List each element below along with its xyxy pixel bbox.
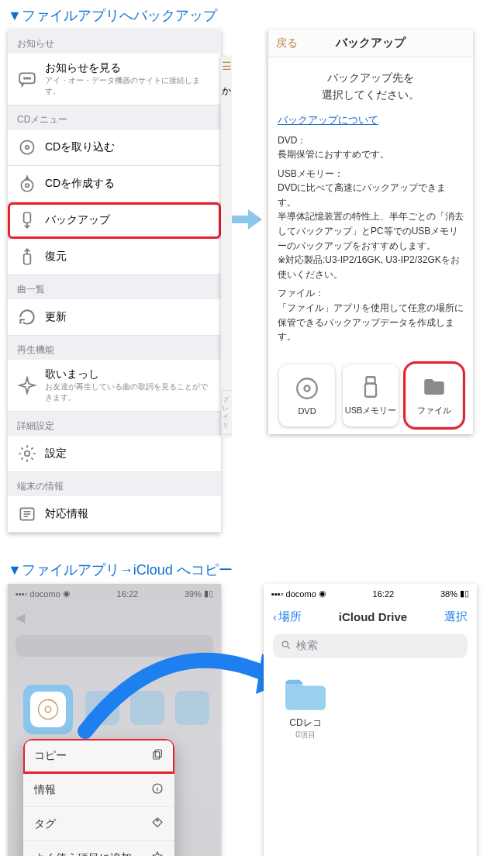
section1-title: ▼ファイルアプリへバックアップ [0, 0, 504, 29]
chevron-left-icon: ‹ [273, 610, 277, 623]
item-restore[interactable]: 復元 [8, 239, 221, 275]
svg-point-25 [282, 641, 288, 647]
folder-icon [281, 674, 330, 714]
usb-icon [357, 374, 384, 400]
search-icon [281, 640, 292, 653]
group-cd: CDメニュー [8, 105, 221, 129]
backup-about-link[interactable]: バックアップについて [278, 114, 378, 126]
svg-point-13 [304, 385, 309, 391]
option-dvd[interactable]: DVD [279, 364, 335, 426]
bottom-tab-peek: プレイリ [221, 390, 232, 435]
option-label: USBメモリー [345, 405, 397, 416]
svg-rect-9 [24, 254, 31, 264]
svg-point-10 [25, 451, 30, 457]
svg-point-4 [20, 140, 33, 154]
selected-folder[interactable] [23, 685, 73, 734]
svg-point-7 [26, 184, 29, 187]
item-label: CDを取り込む [45, 140, 212, 154]
refresh-icon [17, 307, 37, 327]
index-char: か [222, 85, 231, 98]
dvd-head: DVD： [278, 135, 306, 146]
search-placeholder: 検索 [296, 639, 318, 653]
svg-point-17 [45, 706, 51, 713]
svg-point-6 [21, 180, 33, 192]
item-refresh[interactable]: 更新 [8, 299, 221, 336]
item-label: 更新 [45, 310, 212, 324]
usb-body1: DVDに比べて高速にバックアップできます。 [278, 182, 446, 208]
usb-head: USBメモリー： [278, 168, 343, 179]
svg-point-2 [26, 78, 28, 79]
item-cd-import[interactable]: CDを取り込む [8, 129, 221, 166]
option-file[interactable]: ファイル [406, 364, 462, 426]
backup-title: バックアップ [276, 36, 465, 50]
group-notice: お知らせ [8, 29, 221, 54]
item-utaimasshi[interactable]: 歌いまっし お友達が再生している曲の歌詞を見ることができます。 [8, 360, 221, 412]
info-icon [151, 782, 164, 797]
restore-icon [17, 247, 37, 267]
backup-icon [17, 210, 37, 230]
backup-options: DVD USBメモリー ファイル [268, 357, 473, 434]
backup-subtitle: バックアップ先を 選択してください。 [278, 70, 464, 103]
select-button[interactable]: 選択 [444, 609, 468, 624]
item-label: お知らせを見る [45, 61, 212, 75]
svg-point-21 [157, 820, 158, 821]
usb-body3: ※対応製品:U3-IP2/16GK, U3-IP2/32GKをお使いください。 [278, 254, 460, 280]
group-play: 再生機能 [8, 336, 221, 360]
wifi-icon: ◉ [63, 588, 71, 599]
svg-rect-8 [24, 212, 31, 223]
battery-icon: ▮▯ [460, 588, 469, 599]
item-compat[interactable]: 対応情報 [8, 496, 221, 533]
context-menu: コピー 情報 タグ よく使う項目に追加 圧縮 [23, 739, 174, 856]
item-notice[interactable]: お知らせを見る アイ・オー・データ機器のサイトに接続します。 [8, 54, 221, 105]
option-label: DVD [298, 406, 316, 416]
svg-rect-14 [366, 378, 375, 385]
item-label: 復元 [45, 250, 212, 264]
option-usb[interactable]: USBメモリー [343, 364, 399, 426]
svg-point-1 [24, 78, 26, 79]
folder-name: CDレコ [278, 716, 333, 730]
folder-cdreco[interactable]: CDレコ 0項目 [278, 674, 333, 740]
item-label: バックアップ [45, 213, 212, 227]
menu-favorite[interactable]: よく使う項目に追加 [23, 841, 174, 856]
svg-rect-19 [154, 752, 160, 759]
battery-pct: 39% [185, 589, 202, 599]
icloud-title: iCloud Drive [339, 610, 407, 623]
search-field[interactable]: 検索 [273, 633, 468, 658]
cd-create-icon [17, 174, 37, 194]
menu-info[interactable]: 情報 [23, 773, 174, 807]
option-label: ファイル [417, 405, 451, 416]
dvd-body: 長期保管におすすめです。 [278, 149, 389, 160]
item-backup[interactable]: バックアップ [8, 202, 221, 239]
item-settings[interactable]: 設定 [8, 436, 221, 472]
status-bar: ▪▪▪▫ docomo ◉ 16:22 39% ▮▯ [8, 584, 221, 603]
folder-icon [421, 374, 447, 400]
item-sub: お友達が再生している曲の歌詞を見ることができます。 [45, 381, 212, 403]
signal-icon: ▪▪▪▫ [16, 589, 28, 599]
copy-icon [151, 748, 164, 763]
signal-icon: ▪▪▪▫ [271, 589, 284, 599]
blurred-search [16, 635, 213, 657]
menu-label: タグ [34, 817, 56, 831]
item-label: 対応情報 [45, 507, 212, 521]
menu-label: よく使う項目に追加 [34, 851, 132, 857]
item-cd-create[interactable]: CDを作成する [8, 166, 221, 202]
status-bar: ▪▪▪▫ docomo ◉ 16:22 38% ▮▯ [264, 584, 477, 603]
clock: 16:22 [373, 589, 395, 599]
gear-icon [17, 444, 37, 464]
backup-detail-panel: 戻る バックアップ バックアップ先を 選択してください。 バックアップについて … [268, 29, 473, 434]
tag-icon [151, 816, 164, 831]
side-peek: ☰ か プレイリ [221, 57, 232, 437]
cdreco-disc-icon [30, 692, 66, 727]
file-body: 「ファイル」アプリを使用して任意の場所に保管できるバックアップデータを作成します… [278, 302, 464, 342]
battery-pct: 38% [440, 589, 457, 599]
icloud-nav: ‹ 場所 iCloud Drive 選択 [264, 603, 477, 630]
disc-icon [294, 375, 320, 402]
svg-point-5 [26, 146, 29, 149]
svg-point-12 [297, 378, 317, 399]
usb-body2: 半導体記憶装置の特性上、半年ごとの「消去してバックアップ」とPC等でのUSBメモ… [278, 211, 464, 250]
menu-copy[interactable]: コピー [23, 739, 174, 773]
menu-tag[interactable]: タグ [23, 807, 174, 841]
hamburger-icon[interactable]: ☰ [222, 57, 232, 75]
clock: 16:22 [117, 589, 139, 599]
back-locations[interactable]: ‹ 場所 [273, 609, 302, 624]
